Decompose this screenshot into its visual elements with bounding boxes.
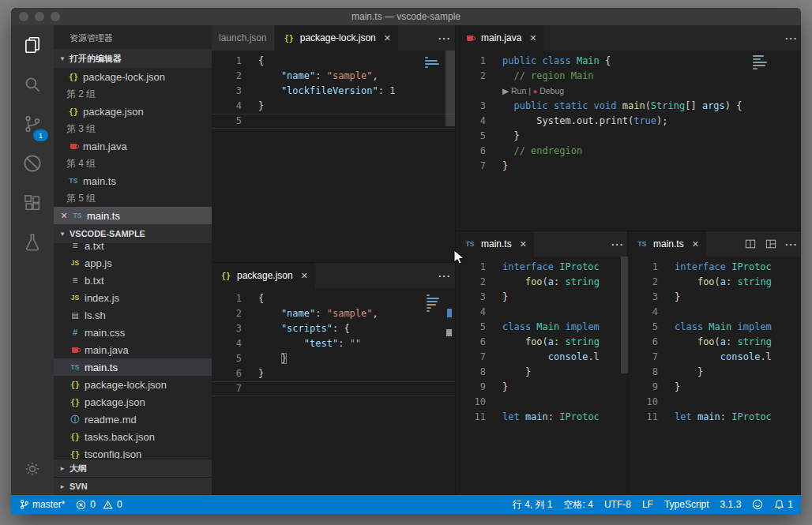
sidebar-section-大纲[interactable]: ▸大纲 bbox=[54, 459, 212, 477]
file-tree-item[interactable]: {}tsconfig.json bbox=[54, 445, 212, 459]
file-tree-item[interactable]: {}package.json bbox=[54, 393, 212, 411]
sidebar-section-SVN[interactable]: ▸SVN bbox=[54, 477, 212, 495]
code-text: } bbox=[486, 159, 508, 174]
code-line: 3 "lockfileVersion": 1 bbox=[212, 84, 455, 99]
activity-explorer[interactable] bbox=[11, 25, 54, 65]
file-tree-item[interactable]: JSapp.js bbox=[54, 254, 212, 272]
indentation-setting[interactable]: 空格: 4 bbox=[564, 498, 593, 512]
editor-content[interactable]: 1{2 "name": "sample",3 "lockfileVersion"… bbox=[212, 51, 455, 129]
code-text: foo(a: string bbox=[486, 275, 600, 290]
editor-content[interactable]: 1public class Main {2 // region Main▶ Ru… bbox=[456, 51, 801, 174]
tab-package.json[interactable]: {}package.json✕ bbox=[212, 263, 316, 288]
file-name: package-lock.json bbox=[85, 379, 167, 391]
scrollbar[interactable] bbox=[445, 51, 455, 126]
notification-count: 1 bbox=[788, 499, 793, 510]
code-text: System.out.print(true); bbox=[486, 114, 668, 129]
split-editor-icon[interactable] bbox=[740, 231, 761, 257]
line-number: 7 bbox=[628, 350, 658, 365]
editor-content[interactable]: 1interface IProtoc2 foo(a: string3}45cla… bbox=[628, 257, 801, 425]
code-text: class Main implem bbox=[486, 320, 600, 335]
tab-package-lock.json[interactable]: {}package-lock.json✕ bbox=[275, 25, 399, 51]
activity-settings[interactable] bbox=[11, 449, 54, 489]
open-editor-item[interactable]: main.java bbox=[54, 137, 212, 155]
typescript-version[interactable]: 3.1.3 bbox=[720, 499, 742, 510]
file-tree-item[interactable]: {}package-lock.json bbox=[54, 376, 212, 393]
git-branch-indicator[interactable]: master* bbox=[19, 499, 65, 510]
file-tree-item[interactable]: ▤ls.sh bbox=[54, 306, 212, 324]
file-tree-item[interactable]: ≡a.txt bbox=[54, 243, 212, 254]
eol-setting[interactable]: LF bbox=[642, 499, 653, 510]
code-line: 5 } bbox=[212, 351, 455, 366]
activity-extensions[interactable] bbox=[11, 183, 54, 223]
more-actions-icon[interactable]: ··· bbox=[781, 25, 801, 51]
problems-indicator[interactable]: 0 0 bbox=[76, 499, 122, 510]
file-tree-item[interactable]: #main.css bbox=[54, 324, 212, 341]
code-line: 2 foo(a: string bbox=[628, 275, 801, 290]
file-tree-item[interactable]: main.java bbox=[54, 341, 212, 358]
close-icon[interactable]: ✕ bbox=[384, 33, 391, 43]
activity-source-control[interactable]: 1 bbox=[11, 104, 54, 144]
sidebar-bottom-sections: ▸大纲▸SVN bbox=[54, 459, 212, 495]
editor-group-label: 第 4 组 bbox=[54, 155, 212, 172]
minimize-window-button[interactable] bbox=[35, 12, 44, 21]
folder-header[interactable]: ▾ VSCODE-SAMPLE bbox=[54, 224, 212, 243]
editor-group-label: 第 5 组 bbox=[54, 189, 212, 207]
open-editor-item[interactable]: {}package.json bbox=[54, 103, 212, 120]
cursor-position[interactable]: 行 4, 列 1 bbox=[513, 498, 553, 512]
close-icon[interactable]: ✕ bbox=[301, 271, 308, 281]
activity-test[interactable] bbox=[11, 223, 54, 262]
close-window-button[interactable] bbox=[19, 12, 28, 21]
tab-launch.json[interactable]: launch.json bbox=[212, 25, 275, 51]
code-text: foo(a: string bbox=[658, 275, 772, 290]
feedback-smiley-icon[interactable] bbox=[752, 499, 763, 510]
close-icon[interactable]: ✕ bbox=[520, 239, 527, 249]
title-bar[interactable]: main.ts — vscode-sample bbox=[11, 8, 801, 25]
file-tree-item[interactable]: {}tasks.back.json bbox=[54, 428, 212, 445]
file-name: a.txt bbox=[85, 243, 104, 252]
file-tree-item[interactable]: ⓘreadme.md bbox=[54, 411, 212, 428]
tab-main.ts[interactable]: TSmain.ts✕ bbox=[456, 231, 535, 257]
editor-content[interactable]: 1interface IProtoc2 foo(a: string3}45cla… bbox=[456, 257, 628, 425]
code-text: // region Main bbox=[486, 69, 594, 84]
file-tree-item[interactable]: TSmain.ts bbox=[54, 358, 212, 376]
editor-content[interactable]: 1{2 "name": "sample",3 "scripts": {4 "te… bbox=[212, 288, 455, 396]
more-actions-icon[interactable]: ··· bbox=[781, 231, 801, 257]
line-number: 6 bbox=[456, 335, 486, 350]
close-icon[interactable]: ✕ bbox=[692, 239, 699, 249]
file-tree-item[interactable]: ≡b.txt bbox=[54, 272, 212, 289]
activity-search[interactable] bbox=[11, 65, 54, 104]
code-line: 6 // endregion bbox=[456, 144, 801, 159]
editor-layout-icon[interactable] bbox=[761, 231, 781, 257]
code-line: 5 } bbox=[456, 129, 801, 144]
zoom-window-button[interactable] bbox=[51, 12, 60, 21]
branch-name: master* bbox=[32, 499, 65, 510]
json-file-icon: {} bbox=[66, 73, 81, 81]
open-editor-item[interactable]: {}package-lock.json bbox=[54, 68, 212, 85]
line-number: 6 bbox=[628, 335, 658, 350]
activity-debug[interactable] bbox=[11, 144, 54, 183]
close-icon[interactable]: ✕ bbox=[58, 211, 70, 221]
scrollbar[interactable] bbox=[621, 257, 628, 373]
file-tree-item[interactable]: JSindex.js bbox=[54, 289, 212, 306]
file-name: main.css bbox=[85, 327, 125, 339]
tab-main.java[interactable]: main.java✕ bbox=[456, 25, 545, 51]
open-editors-header[interactable]: ▾ 打开的编辑器 bbox=[54, 49, 212, 68]
close-icon[interactable]: ✕ bbox=[529, 33, 536, 43]
open-editor-item[interactable]: ✕TSmain.ts bbox=[54, 207, 212, 224]
code-text: } bbox=[242, 351, 287, 366]
more-actions-icon[interactable]: ··· bbox=[434, 263, 455, 288]
tab-bar: main.java✕··· bbox=[456, 25, 801, 51]
code-text: "name": "sample", bbox=[242, 69, 378, 84]
line-number: 8 bbox=[628, 365, 658, 380]
encoding-setting[interactable]: UTF-8 bbox=[604, 499, 631, 510]
notifications-indicator[interactable]: 1 bbox=[774, 499, 793, 510]
code-text: } bbox=[486, 290, 508, 305]
language-mode[interactable]: TypeScript bbox=[664, 499, 709, 510]
code-text: } bbox=[658, 290, 680, 305]
more-actions-icon[interactable]: ··· bbox=[434, 25, 455, 51]
codelens-run-debug[interactable]: ▶ Run | ● Debug bbox=[456, 84, 801, 99]
txt-file-icon: ≡ bbox=[68, 275, 82, 286]
more-actions-icon[interactable]: ··· bbox=[607, 231, 628, 257]
open-editor-item[interactable]: TSmain.ts bbox=[54, 172, 212, 189]
tab-main.ts[interactable]: TSmain.ts✕ bbox=[628, 231, 707, 257]
